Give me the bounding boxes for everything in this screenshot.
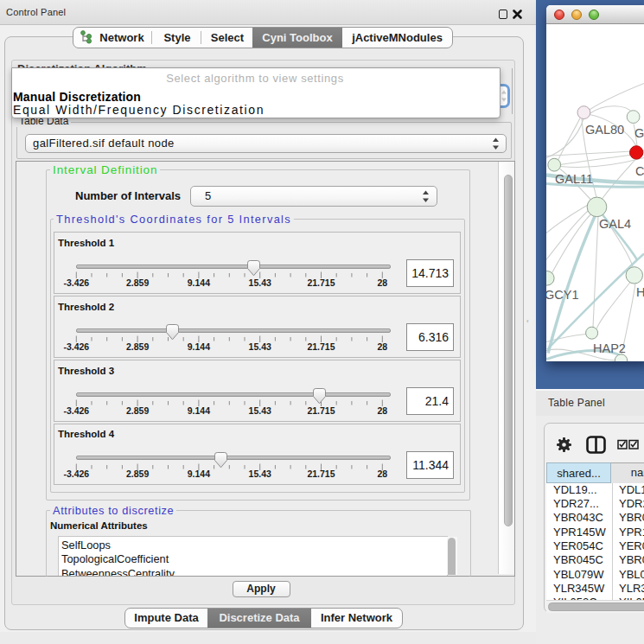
svg-text:HAP2: HAP2 — [593, 341, 626, 355]
svg-text:C: C — [635, 164, 644, 178]
svg-text:HS: HS — [636, 285, 644, 299]
svg-text:GA: GA — [634, 126, 644, 140]
svg-text:GAL4: GAL4 — [599, 217, 631, 231]
svg-text:GCY1: GCY1 — [546, 288, 579, 302]
svg-text:GAL11: GAL11 — [555, 171, 593, 185]
svg-text:GAL80: GAL80 — [585, 123, 624, 137]
